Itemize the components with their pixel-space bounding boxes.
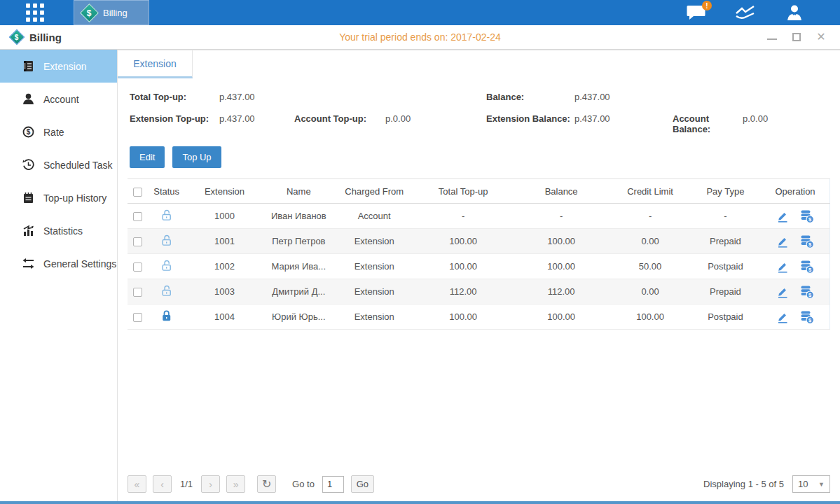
prev-page-button[interactable]: ‹ xyxy=(153,475,172,493)
page-size-select[interactable]: 10 ▼ xyxy=(792,475,830,493)
person-icon xyxy=(22,93,34,105)
main-content: Extension Total Top-up: p.437.00 Balance… xyxy=(118,50,840,504)
topbar: $ Billing ! xyxy=(0,0,840,25)
notepad-icon xyxy=(22,192,34,204)
column-header: Credit Limit xyxy=(610,179,689,204)
top-up-coins-icon[interactable]: $ xyxy=(800,209,814,223)
top-up-coins-icon[interactable]: $ xyxy=(800,260,814,274)
bottom-accent-bar xyxy=(0,501,840,504)
cell-charged-from: Extension xyxy=(334,304,414,330)
row-checkbox[interactable] xyxy=(133,313,142,322)
extension-balance-label: Extension Balance: xyxy=(486,113,574,134)
statistics-chart-icon[interactable] xyxy=(735,5,756,20)
cell-credit-limit: 0.00 xyxy=(610,229,689,254)
edit-button[interactable]: Edit xyxy=(130,146,165,168)
pagination-bar: « ‹ 1/1 › » ↻ Go to Go Displaying 1 - 5 … xyxy=(118,475,840,504)
billing-title-diamond-icon: $ xyxy=(9,29,25,46)
cell-charged-from: Extension xyxy=(334,229,414,254)
close-button[interactable]: ✕ xyxy=(816,32,826,42)
edit-pencil-icon[interactable] xyxy=(776,286,789,298)
next-page-button[interactable]: › xyxy=(201,475,220,493)
sidebar-item-top-up-history[interactable]: Top-up History xyxy=(0,181,117,214)
edit-pencil-icon[interactable] xyxy=(776,235,789,248)
tabstrip: Extension xyxy=(118,50,840,78)
balance-label: Balance: xyxy=(486,92,574,102)
trial-notice: Your trial period ends on: 2017-02-24 xyxy=(0,31,840,43)
tab-label: Extension xyxy=(133,58,176,69)
cell-total-topup: 100.00 xyxy=(414,304,511,330)
edit-pencil-icon[interactable] xyxy=(776,210,789,223)
edit-pencil-icon[interactable] xyxy=(776,260,789,273)
top-up-coins-icon[interactable]: $ xyxy=(800,234,814,248)
go-button[interactable]: Go xyxy=(351,475,374,493)
table-row[interactable]: 1003 Дмитрий Д... Extension 112.00 112.0… xyxy=(128,279,830,304)
cell-extension: 1002 xyxy=(186,254,263,279)
cell-pay-type: - xyxy=(690,204,761,229)
top-up-coins-icon[interactable]: $ xyxy=(800,285,814,299)
cell-credit-limit: - xyxy=(610,204,689,229)
cell-name: Дмитрий Д... xyxy=(263,279,334,304)
apps-grid-icon[interactable] xyxy=(26,4,44,22)
cell-balance: 100.00 xyxy=(512,304,610,330)
table-row[interactable]: 1002 Мария Ива... Extension 100.00 100.0… xyxy=(128,254,830,279)
sidebar-item-label: Scheduled Task xyxy=(43,160,113,171)
column-header: Operation xyxy=(761,179,829,204)
maximize-button[interactable] xyxy=(792,32,801,42)
cell-pay-type: Postpaid xyxy=(690,304,761,330)
lock-icon xyxy=(147,304,186,330)
minimize-button[interactable] xyxy=(767,32,777,42)
row-checkbox[interactable] xyxy=(133,237,142,246)
sidebar-item-label: Top-up History xyxy=(43,192,106,204)
user-account-icon[interactable] xyxy=(785,4,804,21)
messages-icon[interactable]: ! xyxy=(687,5,705,20)
window-title: Billing xyxy=(29,31,62,43)
unlock-icon xyxy=(147,279,186,304)
table-row[interactable]: 1001 Петр Петров Extension 100.00 100.00… xyxy=(128,229,830,254)
sidebar-item-account[interactable]: Account xyxy=(0,83,117,115)
sidebar-item-rate[interactable]: $Rate xyxy=(0,115,117,148)
tab-extension[interactable]: Extension xyxy=(118,50,193,78)
sidebar-item-label: Rate xyxy=(43,127,64,138)
chevron-down-icon: ▼ xyxy=(818,481,825,488)
column-header: Pay Type xyxy=(690,179,761,204)
sidebar-item-statistics[interactable]: Statistics xyxy=(0,214,117,247)
sidebar-item-label: Statistics xyxy=(43,225,83,237)
cell-credit-limit: 100.00 xyxy=(610,304,689,330)
table-row[interactable]: 1004 Юрий Юрь... Extension 100.00 100.00… xyxy=(128,304,830,330)
select-all-checkbox[interactable] xyxy=(133,188,142,197)
stats-chart-icon xyxy=(22,225,34,237)
unlock-icon xyxy=(147,229,186,254)
row-checkbox[interactable] xyxy=(133,262,142,272)
cell-total-topup: 100.00 xyxy=(414,254,511,279)
cell-charged-from: Account xyxy=(334,204,414,229)
cell-total-topup: 112.00 xyxy=(414,279,511,304)
goto-page-input[interactable] xyxy=(322,476,344,493)
row-checkbox[interactable] xyxy=(133,288,142,297)
total-topup-value: p.437.00 xyxy=(219,92,294,102)
first-page-button[interactable]: « xyxy=(128,475,146,493)
table-row[interactable]: 1000 Иван Иванов Account - - - - $ xyxy=(128,204,830,229)
column-header: Charged From xyxy=(334,179,414,204)
sidebar-item-label: General Settings xyxy=(43,258,116,270)
row-checkbox[interactable] xyxy=(133,212,142,221)
sidebar-item-extension[interactable]: Extension xyxy=(0,50,117,83)
refresh-icon[interactable]: ↻ xyxy=(257,475,276,493)
cell-credit-limit: 0.00 xyxy=(610,279,689,304)
top-up-coins-icon[interactable]: $ xyxy=(800,310,814,324)
top-up-button[interactable]: Top Up xyxy=(172,146,221,168)
cell-pay-type: Prepaid xyxy=(690,229,761,254)
cell-extension: 1000 xyxy=(186,204,263,229)
edit-pencil-icon[interactable] xyxy=(776,311,789,323)
app-tab-billing[interactable]: $ Billing xyxy=(74,0,149,25)
cell-extension: 1003 xyxy=(186,279,263,304)
table-header-row: StatusExtensionNameCharged FromTotal Top… xyxy=(128,179,830,204)
account-topup-label: Account Top-up: xyxy=(294,113,385,134)
history-clock-icon xyxy=(22,159,34,171)
column-header: Balance xyxy=(512,179,610,204)
cell-pay-type: Prepaid xyxy=(690,279,761,304)
last-page-button[interactable]: » xyxy=(226,475,245,493)
sidebar-item-general-settings[interactable]: General Settings xyxy=(0,247,117,280)
cell-total-topup: - xyxy=(414,204,511,229)
sidebar-item-scheduled-task[interactable]: Scheduled Task xyxy=(0,148,117,181)
cell-extension: 1004 xyxy=(186,304,263,330)
